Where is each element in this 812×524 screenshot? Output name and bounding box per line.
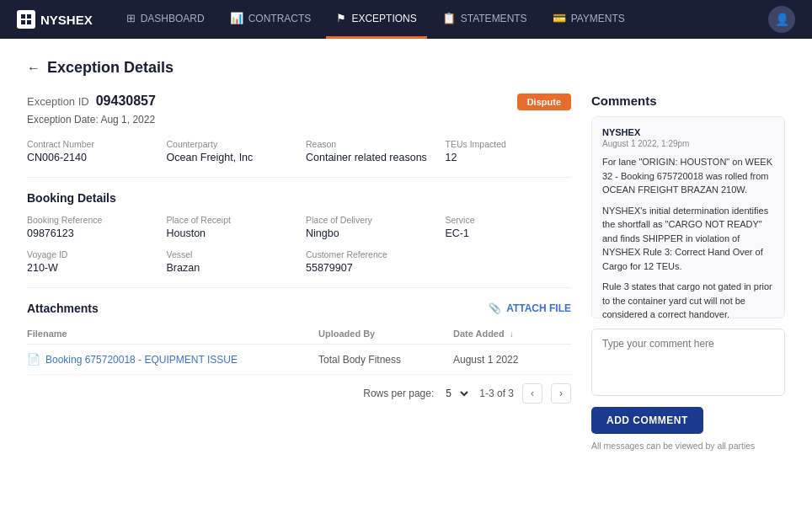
- rows-per-page-label: Rows per page:: [363, 388, 434, 399]
- field-empty: [446, 249, 572, 274]
- nav-contracts[interactable]: 📊 CONTRACTS: [220, 0, 322, 39]
- file-icon: 📄: [27, 353, 40, 366]
- date-added-cell: August 1 2022: [453, 354, 571, 366]
- exception-header: Exception ID 09430857 Dispute: [27, 94, 571, 110]
- sort-icon: ↓: [510, 329, 514, 339]
- field-reason: Reason Container related reasons: [306, 139, 432, 163]
- comment-author: NYSHEX: [602, 127, 774, 137]
- left-panel: Exception ID 09430857 Dispute Exception …: [27, 94, 571, 451]
- col-filename: Filename: [27, 329, 318, 339]
- comment-text: For lane "ORIGIN: HOUSTON" on WEEK 32 - …: [602, 155, 774, 318]
- page-info: 1-3 of 3: [479, 388, 514, 399]
- comment-date: August 1 2022, 1:29pm: [602, 139, 774, 148]
- field-voyage-id: Voyage ID 210-W: [27, 249, 153, 274]
- svg-rect-1: [27, 14, 31, 19]
- uploaded-by-cell: Total Body Fitness: [318, 354, 453, 366]
- back-button[interactable]: ←: [27, 61, 40, 76]
- comment-box[interactable]: NYSHEX August 1 2022, 1:29pm For lane "O…: [591, 116, 785, 318]
- avatar-icon: 👤: [775, 13, 789, 26]
- svg-rect-0: [21, 14, 25, 19]
- field-place-delivery: Place of Delivery Ningbo: [306, 215, 432, 239]
- nav-items: ⊞ DASHBOARD 📊 CONTRACTS ⚑ EXCEPTIONS 📋 S…: [116, 0, 745, 39]
- exception-id-value: 09430857: [96, 94, 156, 109]
- nav-exceptions[interactable]: ⚑ EXCEPTIONS: [326, 0, 426, 39]
- page-content: ← Exception Details Exception ID 0943085…: [0, 39, 812, 524]
- comment-input[interactable]: [591, 329, 785, 396]
- exception-date: Exception Date: Aug 1, 2022: [27, 114, 571, 126]
- exceptions-icon: ⚑: [336, 12, 346, 24]
- payments-icon: 💳: [553, 12, 566, 24]
- pagination-row: Rows per page: 5 10 25 1-3 of 3 ‹ ›: [27, 383, 571, 404]
- rows-per-page-select[interactable]: 5 10 25: [442, 387, 471, 400]
- add-comment-button[interactable]: ADD COMMENT: [591, 407, 703, 434]
- dashboard-icon: ⊞: [126, 12, 136, 24]
- main-layout: Exception ID 09430857 Dispute Exception …: [27, 94, 785, 451]
- field-teus: TEUs Impacted 12: [446, 139, 572, 163]
- user-avatar[interactable]: 👤: [768, 6, 795, 33]
- navbar: NYSHEX ⊞ DASHBOARD 📊 CONTRACTS ⚑ EXCEPTI…: [0, 0, 812, 39]
- nav-payments[interactable]: 💳 PAYMENTS: [542, 0, 635, 39]
- right-panel: Comments NYSHEX August 1 2022, 1:29pm Fo…: [591, 94, 785, 451]
- field-contract-number: Contract Number CN006-2140: [27, 139, 153, 163]
- attachments-title: Attachments: [27, 302, 99, 315]
- brand-logo[interactable]: NYSHEX: [17, 10, 93, 29]
- col-uploaded-by: Uploaded By: [318, 329, 453, 339]
- back-header: ← Exception Details: [27, 59, 785, 77]
- contracts-icon: 📊: [230, 12, 243, 24]
- field-service: Service EC-1: [446, 215, 572, 239]
- exception-fields: Contract Number CN006-2140 Counterparty …: [27, 139, 571, 178]
- exception-id-row: Exception ID 09430857: [27, 94, 156, 109]
- logo-icon: [17, 10, 35, 29]
- field-booking-ref: Booking Reference 09876123: [27, 215, 153, 239]
- file-link[interactable]: 📄 Booking 675720018 - EQUIPMENT ISSUE: [27, 353, 318, 366]
- field-counterparty: Counterparty Ocean Freight, Inc: [167, 139, 293, 163]
- field-vessel: Vessel Brazan: [167, 249, 293, 274]
- next-page-button[interactable]: ›: [551, 383, 571, 404]
- field-customer-ref: Customer Reference 55879907: [306, 249, 432, 274]
- paperclip-icon: 📎: [489, 302, 501, 314]
- nav-statements[interactable]: 📋 STATEMENTS: [432, 0, 537, 39]
- svg-rect-3: [27, 20, 31, 24]
- page-title: Exception Details: [47, 59, 174, 77]
- booking-fields: Booking Reference 09876123 Place of Rece…: [27, 215, 571, 288]
- attachments-table-header: Filename Uploaded By Date Added ↓: [27, 323, 571, 345]
- field-place-receipt: Place of Receipt Houston: [167, 215, 293, 239]
- attachments-header: Attachments 📎 ATTACH FILE: [27, 302, 571, 315]
- exception-id-label: Exception ID: [27, 95, 89, 108]
- col-date-added: Date Added ↓: [453, 329, 571, 339]
- statements-icon: 📋: [442, 12, 456, 24]
- attach-file-button[interactable]: 📎 ATTACH FILE: [489, 302, 571, 314]
- svg-rect-2: [21, 20, 25, 24]
- table-row: 📄 Booking 675720018 - EQUIPMENT ISSUE To…: [27, 345, 571, 375]
- nav-dashboard[interactable]: ⊞ DASHBOARD: [116, 0, 215, 39]
- comments-title: Comments: [591, 94, 785, 108]
- comment-notice: All messages can be viewed by all partie…: [591, 441, 785, 451]
- brand-name: NYSHEX: [40, 13, 93, 27]
- booking-title: Booking Details: [27, 191, 571, 205]
- dispute-badge[interactable]: Dispute: [517, 94, 571, 110]
- prev-page-button[interactable]: ‹: [522, 383, 542, 404]
